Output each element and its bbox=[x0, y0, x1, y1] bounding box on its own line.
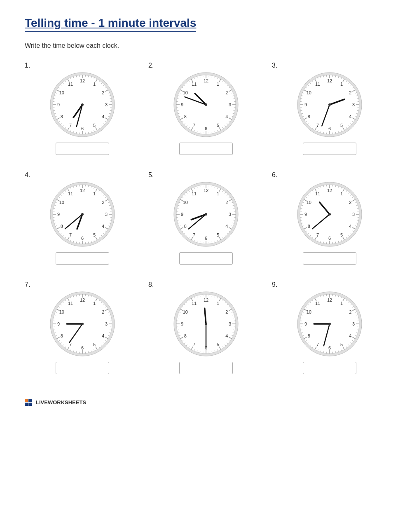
svg-text:4: 4 bbox=[102, 114, 104, 119]
answer-input-2[interactable] bbox=[179, 143, 233, 155]
svg-text:5: 5 bbox=[340, 232, 343, 237]
clock-face-3: 121234567891011 bbox=[297, 72, 363, 138]
svg-text:2: 2 bbox=[225, 309, 228, 314]
svg-text:10: 10 bbox=[307, 90, 311, 95]
svg-point-384 bbox=[205, 213, 207, 216]
svg-text:3: 3 bbox=[105, 321, 108, 326]
clock-item-6: 6. 121234567891011 bbox=[272, 171, 387, 265]
clock-item-4: 4. 121234567891011 bbox=[25, 171, 140, 265]
clock-wrapper-9: 121234567891011 bbox=[272, 291, 387, 374]
clock-wrapper-7: 121234567891011 bbox=[25, 291, 140, 374]
svg-point-692 bbox=[328, 323, 331, 325]
svg-text:7: 7 bbox=[69, 232, 72, 237]
clock-wrapper-3: 121234567891011 bbox=[272, 72, 387, 155]
svg-text:3: 3 bbox=[352, 212, 355, 217]
clock-wrapper-8: 121234567891011 bbox=[148, 291, 264, 374]
svg-text:3: 3 bbox=[105, 212, 108, 217]
answer-input-8[interactable] bbox=[179, 362, 233, 374]
svg-text:10: 10 bbox=[183, 200, 188, 205]
svg-text:1: 1 bbox=[340, 82, 343, 87]
clock-face-6: 121234567891011 bbox=[297, 181, 363, 247]
svg-text:12: 12 bbox=[327, 188, 332, 193]
svg-text:3: 3 bbox=[229, 321, 231, 326]
svg-text:12: 12 bbox=[204, 78, 208, 83]
svg-point-538 bbox=[81, 323, 84, 325]
svg-text:9: 9 bbox=[181, 212, 183, 217]
svg-text:11: 11 bbox=[192, 301, 197, 306]
clock-face-9: 121234567891011 bbox=[297, 291, 363, 357]
svg-point-153 bbox=[205, 103, 207, 106]
svg-text:4: 4 bbox=[349, 333, 351, 338]
svg-text:2: 2 bbox=[102, 90, 104, 95]
svg-text:5: 5 bbox=[93, 232, 96, 237]
answer-input-1[interactable] bbox=[56, 143, 109, 155]
svg-text:1: 1 bbox=[93, 301, 96, 306]
page-title: Telling time - 1 minute intervals bbox=[25, 16, 196, 32]
svg-text:9: 9 bbox=[181, 321, 183, 326]
svg-text:11: 11 bbox=[68, 82, 73, 87]
svg-text:4: 4 bbox=[349, 224, 351, 229]
clock-label-1: 1. bbox=[25, 62, 30, 69]
svg-text:2: 2 bbox=[349, 90, 351, 95]
svg-text:7: 7 bbox=[316, 123, 319, 128]
svg-point-76 bbox=[81, 103, 84, 106]
svg-point-307 bbox=[81, 213, 84, 216]
svg-point-615 bbox=[205, 323, 207, 325]
svg-text:6: 6 bbox=[205, 236, 207, 241]
clock-label-3: 3. bbox=[272, 62, 277, 69]
svg-text:1: 1 bbox=[93, 82, 96, 87]
svg-text:2: 2 bbox=[102, 200, 104, 205]
svg-text:6: 6 bbox=[81, 236, 84, 241]
svg-text:8: 8 bbox=[308, 333, 310, 338]
svg-text:8: 8 bbox=[308, 114, 310, 119]
svg-text:6: 6 bbox=[328, 345, 331, 350]
svg-text:8: 8 bbox=[61, 333, 63, 338]
svg-point-230 bbox=[328, 103, 331, 106]
svg-text:12: 12 bbox=[327, 298, 332, 302]
clock-face-2: 121234567891011 bbox=[173, 72, 239, 138]
svg-text:5: 5 bbox=[93, 123, 96, 128]
clock-item-5: 5. 121234567891011 bbox=[148, 171, 264, 265]
svg-text:4: 4 bbox=[102, 224, 104, 229]
instruction-text: Write the time below each clock. bbox=[25, 42, 387, 49]
svg-text:10: 10 bbox=[183, 309, 188, 314]
svg-text:7: 7 bbox=[316, 342, 319, 347]
svg-text:3: 3 bbox=[352, 102, 355, 107]
svg-text:8: 8 bbox=[184, 224, 187, 229]
answer-input-4[interactable] bbox=[56, 252, 109, 265]
answer-input-9[interactable] bbox=[303, 362, 356, 374]
svg-text:3: 3 bbox=[229, 102, 231, 107]
footer: LIVEWORKSHEETS bbox=[25, 399, 387, 406]
svg-text:6: 6 bbox=[328, 236, 331, 241]
svg-text:11: 11 bbox=[315, 191, 320, 196]
svg-text:6: 6 bbox=[205, 126, 207, 131]
svg-text:5: 5 bbox=[217, 232, 219, 237]
clock-face-7: 121234567891011 bbox=[49, 291, 115, 357]
answer-input-6[interactable] bbox=[303, 252, 356, 265]
svg-text:12: 12 bbox=[80, 78, 85, 83]
svg-text:1: 1 bbox=[340, 301, 343, 306]
svg-text:5: 5 bbox=[217, 123, 219, 128]
svg-text:9: 9 bbox=[57, 321, 60, 326]
svg-text:12: 12 bbox=[80, 298, 85, 302]
svg-text:1: 1 bbox=[340, 191, 343, 196]
answer-input-3[interactable] bbox=[303, 143, 356, 155]
svg-text:4: 4 bbox=[225, 114, 228, 119]
svg-text:3: 3 bbox=[352, 321, 355, 326]
svg-text:2: 2 bbox=[349, 200, 351, 205]
svg-text:5: 5 bbox=[340, 342, 343, 347]
answer-input-7[interactable] bbox=[56, 362, 109, 374]
clock-wrapper-2: 121234567891011 bbox=[148, 72, 264, 155]
clock-item-1: 1. 121234567891011 bbox=[25, 62, 140, 155]
clock-wrapper-5: 121234567891011 bbox=[148, 181, 264, 265]
clock-face-4: 121234567891011 bbox=[49, 181, 115, 247]
svg-text:7: 7 bbox=[193, 232, 195, 237]
svg-text:11: 11 bbox=[315, 82, 320, 87]
svg-text:6: 6 bbox=[81, 345, 84, 350]
svg-text:11: 11 bbox=[315, 301, 320, 306]
svg-text:9: 9 bbox=[304, 102, 307, 107]
svg-text:2: 2 bbox=[102, 309, 104, 314]
answer-input-5[interactable] bbox=[179, 252, 233, 265]
clock-item-9: 9. 121234567891011 bbox=[272, 281, 387, 374]
svg-text:8: 8 bbox=[184, 114, 187, 119]
